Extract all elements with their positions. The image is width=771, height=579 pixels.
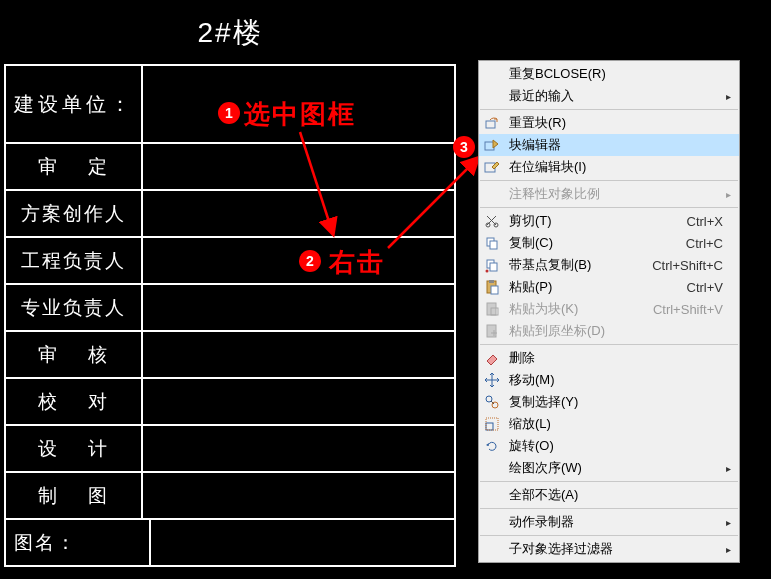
chevron-right-icon: ▸ xyxy=(723,189,733,200)
menu-paste-orig: 粘贴到原坐标(D) xyxy=(479,320,739,342)
chevron-right-icon: ▸ xyxy=(723,463,733,474)
annotation-text-2: 右击 xyxy=(329,245,385,280)
annotation-text-1: 选中图框 xyxy=(244,97,356,132)
menu-anno-scale: 注释性对象比例▸ xyxy=(479,183,739,205)
reset-block-icon xyxy=(479,115,505,131)
svg-rect-17 xyxy=(487,325,496,337)
menu-subobject-filter[interactable]: 子对象选择过滤器▸ xyxy=(479,538,739,560)
title-block-row: 图名： xyxy=(4,520,456,567)
menu-copy-selection[interactable]: 复制选择(Y) xyxy=(479,391,739,413)
copy-sel-icon xyxy=(479,394,505,410)
chevron-right-icon: ▸ xyxy=(723,91,733,102)
context-menu: 重复BCLOSE(R) 最近的输入▸ 重置块(R) 块编辑器 在位编辑块(I) … xyxy=(478,60,740,563)
copy-icon xyxy=(479,235,505,251)
title-block-row: 专业负责人 xyxy=(4,285,456,332)
title-block-header: 2#楼 xyxy=(4,2,456,66)
menu-paste-block: 粘贴为块(K)Ctrl+Shift+V xyxy=(479,298,739,320)
menu-copy[interactable]: 复制(C)Ctrl+C xyxy=(479,232,739,254)
annotation-badge-1: 1 xyxy=(218,102,240,124)
menu-draw-order[interactable]: 绘图次序(W)▸ xyxy=(479,457,739,479)
move-icon xyxy=(479,372,505,388)
chevron-right-icon: ▸ xyxy=(723,517,733,528)
block-editor-icon xyxy=(479,137,505,153)
paste-block-icon xyxy=(479,301,505,317)
cut-icon xyxy=(479,213,505,229)
menu-edit-in-place[interactable]: 在位编辑块(I) xyxy=(479,156,739,178)
menu-reset-block[interactable]: 重置块(R) xyxy=(479,112,739,134)
svg-point-11 xyxy=(486,270,489,273)
title-block-header-text: 2#楼 xyxy=(197,14,262,52)
tb-label: 制 图 xyxy=(4,473,143,518)
menu-block-editor[interactable]: 块编辑器 xyxy=(479,134,739,156)
svg-rect-13 xyxy=(489,280,494,283)
tb-label: 设 计 xyxy=(4,426,143,471)
erase-icon xyxy=(479,350,505,366)
tb-label: 审 核 xyxy=(4,332,143,377)
scale-icon xyxy=(479,416,505,432)
paste-icon xyxy=(479,279,505,295)
menu-copy-base[interactable]: 带基点复制(B)Ctrl+Shift+C xyxy=(479,254,739,276)
menu-action-recorder[interactable]: 动作录制器▸ xyxy=(479,511,739,533)
title-block-row: 工程负责人 xyxy=(4,238,456,285)
menu-erase[interactable]: 删除 xyxy=(479,347,739,369)
annotation-badge-3: 3 xyxy=(453,136,475,158)
menu-scale[interactable]: 缩放(L) xyxy=(479,413,739,435)
tb-label: 方案创作人 xyxy=(4,191,143,236)
edit-in-place-icon xyxy=(479,159,505,175)
svg-rect-8 xyxy=(490,241,497,249)
menu-deselect-all[interactable]: 全部不选(A) xyxy=(479,484,739,506)
tb-label: 建设单位： xyxy=(4,66,143,142)
title-block[interactable]: 2#楼 建设单位： 审 定 方案创作人 工程负责人 专业负责人 审 核 校 对 … xyxy=(4,2,456,567)
tb-label: 工程负责人 xyxy=(4,238,143,283)
title-block-row: 校 对 xyxy=(4,379,456,426)
copy-base-icon xyxy=(479,257,505,273)
paste-orig-icon xyxy=(479,323,505,339)
annotation-badge-2: 2 xyxy=(299,250,321,272)
tb-label: 图名： xyxy=(4,520,151,565)
tb-label: 专业负责人 xyxy=(4,285,143,330)
svg-rect-2 xyxy=(486,121,495,128)
title-block-row: 方案创作人 xyxy=(4,191,456,238)
title-block-row: 审 核 xyxy=(4,332,456,379)
menu-repeat[interactable]: 重复BCLOSE(R) xyxy=(479,63,739,85)
menu-cut[interactable]: 剪切(T)Ctrl+X xyxy=(479,210,739,232)
svg-rect-21 xyxy=(486,418,498,430)
title-block-row: 制 图 xyxy=(4,473,456,520)
menu-move[interactable]: 移动(M) xyxy=(479,369,739,391)
title-block-row: 审 定 xyxy=(4,144,456,191)
rotate-icon xyxy=(479,438,505,454)
svg-rect-14 xyxy=(491,286,498,294)
tb-label: 审 定 xyxy=(4,144,143,189)
menu-rotate[interactable]: 旋转(O) xyxy=(479,435,739,457)
svg-rect-20 xyxy=(486,423,493,430)
svg-rect-10 xyxy=(490,263,497,271)
menu-paste[interactable]: 粘贴(P)Ctrl+V xyxy=(479,276,739,298)
tb-label: 校 对 xyxy=(4,379,143,424)
chevron-right-icon: ▸ xyxy=(723,544,733,555)
menu-recent-input[interactable]: 最近的输入▸ xyxy=(479,85,739,107)
title-block-row: 设 计 xyxy=(4,426,456,473)
